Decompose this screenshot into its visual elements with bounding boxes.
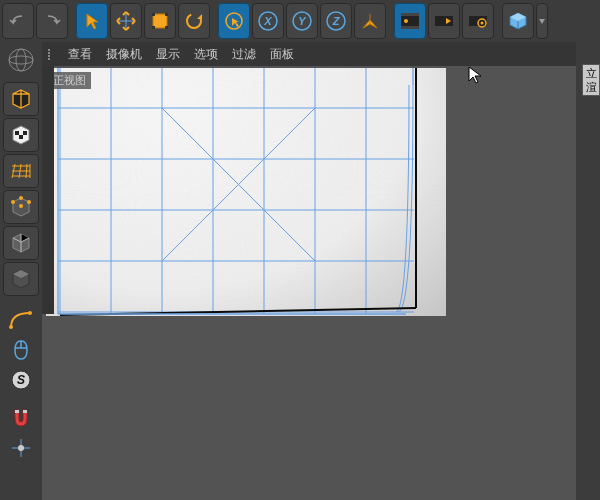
rotate-tool-button[interactable] — [178, 3, 210, 39]
svg-rect-32 — [19, 135, 23, 139]
svg-text:Z: Z — [332, 15, 341, 27]
svg-rect-31 — [23, 131, 27, 135]
menu-options[interactable]: 选项 — [194, 46, 218, 63]
globe-icon[interactable] — [3, 44, 39, 76]
svg-point-26 — [481, 22, 484, 25]
svg-point-33 — [19, 196, 23, 200]
svg-rect-4 — [165, 13, 168, 16]
menu-filter[interactable]: 过滤 — [232, 46, 256, 63]
s-tool-button[interactable]: S — [3, 366, 39, 394]
wireframe-overlay — [46, 68, 446, 318]
viewport-menubar: 查看 摄像机 显示 选项 过滤 面板 — [42, 42, 576, 66]
coord-system-button[interactable] — [354, 3, 386, 39]
axis-y-button[interactable]: Y — [286, 3, 318, 39]
svg-rect-23 — [469, 13, 487, 16]
axis-x-button[interactable]: X — [252, 3, 284, 39]
svg-rect-6 — [165, 26, 168, 29]
origin-tool-button[interactable] — [3, 434, 39, 462]
svg-rect-21 — [435, 26, 453, 29]
live-select-button[interactable] — [218, 3, 250, 39]
redo-button[interactable] — [36, 3, 68, 39]
svg-point-7 — [187, 14, 201, 28]
move-tool-button[interactable] — [110, 3, 142, 39]
render-range-button[interactable] — [428, 3, 460, 39]
svg-line-59 — [162, 108, 315, 261]
svg-point-45 — [18, 445, 24, 451]
svg-rect-3 — [152, 13, 155, 16]
svg-rect-2 — [153, 14, 167, 28]
edge-mode-button[interactable] — [3, 226, 39, 260]
svg-rect-16 — [401, 13, 419, 16]
display-shading-button[interactable] — [502, 3, 534, 39]
top-toolbar: X Y Z — [0, 0, 600, 42]
mouse-tool-button[interactable] — [3, 336, 39, 364]
svg-point-37 — [9, 325, 13, 329]
texture-mode-button[interactable] — [3, 118, 39, 152]
menu-camera[interactable]: 摄像机 — [106, 46, 142, 63]
svg-point-18 — [404, 19, 408, 23]
right-toolbar — [576, 42, 600, 500]
svg-point-29 — [9, 56, 33, 64]
svg-point-36 — [19, 204, 23, 208]
render-settings-button[interactable] — [462, 3, 494, 39]
display-dropdown-button[interactable] — [536, 3, 548, 39]
svg-rect-17 — [401, 26, 419, 29]
grid-surface — [46, 68, 446, 316]
svg-rect-41 — [15, 410, 19, 413]
svg-point-35 — [11, 200, 15, 204]
svg-rect-20 — [435, 13, 453, 16]
axis-z-button[interactable]: Z — [320, 3, 352, 39]
svg-line-58 — [162, 108, 315, 261]
left-toolbar: S — [0, 42, 42, 500]
menu-display[interactable]: 显示 — [156, 46, 180, 63]
svg-rect-42 — [23, 410, 27, 413]
menubar-grip-icon — [48, 49, 50, 60]
select-tool-button[interactable] — [76, 3, 108, 39]
rmenu-item-2[interactable]: 渲 — [584, 80, 598, 94]
viewport-gutter — [42, 66, 54, 314]
svg-point-38 — [28, 311, 32, 315]
right-popup-menu[interactable]: 立 渲 — [582, 64, 600, 96]
model-mode-button[interactable] — [3, 82, 39, 116]
undo-button[interactable] — [2, 3, 34, 39]
menu-view[interactable]: 查看 — [68, 46, 92, 63]
poly-mode-button[interactable] — [3, 262, 39, 296]
svg-point-28 — [16, 49, 26, 71]
svg-point-27 — [9, 49, 33, 71]
svg-rect-5 — [152, 26, 155, 29]
render-frame-button[interactable] — [394, 3, 426, 39]
rmenu-item-1[interactable]: 立 — [584, 66, 598, 80]
svg-rect-30 — [15, 131, 19, 135]
svg-line-62 — [60, 308, 416, 315]
svg-text:S: S — [17, 373, 25, 387]
svg-rect-15 — [401, 15, 419, 27]
bezier-tool-button[interactable] — [3, 306, 39, 334]
scale-tool-button[interactable] — [144, 3, 176, 39]
menu-panel[interactable]: 面板 — [270, 46, 294, 63]
svg-point-34 — [27, 200, 31, 204]
floor-grid-button[interactable] — [3, 154, 39, 188]
snap-magnet-button[interactable] — [3, 404, 39, 432]
svg-text:X: X — [263, 15, 272, 27]
viewport[interactable]: 正视图 — [42, 66, 576, 500]
viewport-label: 正视图 — [48, 72, 91, 89]
svg-text:Y: Y — [298, 15, 307, 27]
point-mode-button[interactable] — [3, 190, 39, 224]
